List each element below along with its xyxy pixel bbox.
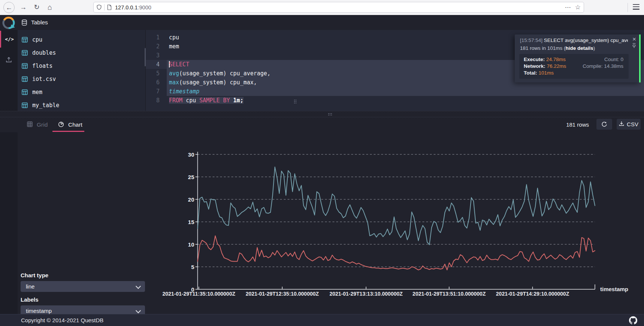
y-tick-label: 15 [188,219,194,225]
panel-resize-handle-vertical[interactable] [294,100,295,100]
y-tick-label: 25 [188,174,194,180]
browser-home-button[interactable]: ⌂ [45,2,55,12]
x-tick-label: 2021-01-29T14:29:10.000000Z [496,291,569,297]
upload-icon [6,57,12,64]
sidebar-item-import[interactable] [0,52,18,69]
close-icon[interactable]: × [632,36,636,42]
table-icon [22,50,28,56]
url-bar[interactable]: 127.0.0.1:9000 ⋯ ☆ [93,2,584,13]
urlbar-divider [104,4,105,10]
series-cpu_average [198,236,595,270]
app-header: Tables ▷ Run [0,15,644,30]
github-icon[interactable] [629,316,637,326]
csv-download-button[interactable]: CSV [617,119,641,130]
table-item-cpu[interactable]: cpu [18,33,145,46]
result-refresh-button[interactable] [596,119,612,130]
compile-stat: Compile: 14.38ms [583,63,623,69]
x-tick-label: 2021-01-29T13:13:10.000000Z [329,291,403,297]
network-stat: Network: 76.22ms [524,63,566,69]
code-icon: </> [5,36,13,42]
line-code: timestamp [167,87,644,96]
line-code: FROM cpu SAMPLE BY 1m; [167,96,644,105]
editor-line-8[interactable]: 8FROM cpu SAMPLE BY 1m; [146,96,644,105]
shield-icon[interactable] [97,4,102,10]
pie-chart-icon [58,121,64,129]
footer: Copyright © 2014-2021 QuestDB [0,314,644,326]
y-tick-label: 30 [188,151,194,158]
line-number: 2 [146,42,167,51]
total-stat: Total: 101ms [524,70,554,76]
x-tick-label: 2021-01-29T13:51:10.000000Z [412,291,486,297]
y-tick-label: 10 [188,241,194,248]
table-item-floats[interactable]: floats [18,59,145,72]
table-icon [22,63,28,69]
toolbar-divider [628,3,628,12]
tables-panel-title: Tables [31,19,48,26]
browser-menu-button[interactable] [633,4,640,10]
line-number: 7 [146,87,167,96]
count-stat: Count: 0 [604,57,623,62]
sidebar-item-console[interactable]: </> [0,31,18,48]
pin-icon[interactable] [632,43,636,49]
bookmark-star-icon[interactable]: ☆ [575,3,581,11]
table-icon [22,76,28,82]
url-text: 127.0.0.1:9000 [115,4,151,10]
table-icon [22,102,28,108]
line-number: 3 [146,51,167,60]
hide-details-link[interactable]: hide details [566,45,593,51]
y-tick-label: 5 [191,264,194,270]
query-notification-popup: [15:57:54] SELECT avg(usage_system) cpu_… [515,34,641,82]
line-number: 1 [146,33,167,42]
browser-back-button[interactable]: ← [3,2,15,13]
table-item-iot.csv[interactable]: iot.csv [18,72,145,85]
notification-success-bar [639,34,641,82]
line-number: 8 [146,96,167,105]
table-item-mem[interactable]: mem [18,85,145,99]
table-icon [22,37,28,43]
table-item-my_table[interactable]: my_table [18,99,145,112]
x-tick-label: 2021-01-29T12:35:10.000000Z [246,291,319,297]
execute-stat: Execute: 24.78ms [524,57,566,62]
line-number: 4 [146,60,167,69]
splitter-drag-handle[interactable] [328,113,329,114]
tables-header-icon [21,19,27,27]
x-axis-title: timestamp [600,286,628,292]
row-count: 181 rows [566,117,589,132]
table-item-doubles[interactable]: doubles [18,46,145,59]
series-cpu_max [198,167,595,245]
tab-grid[interactable]: Grid [27,117,48,132]
notification-details-box: Execute: 24.78ms Network: 76.22ms Total:… [519,54,629,79]
browser-toolbar: ← → ↻ ⌂ 127.0.0.1:9000 ⋯ ☆ [0,0,644,15]
questdb-logo[interactable] [1,16,16,30]
tables-panel: cpudoublesfloatsiot.csvmemmy_table [18,30,146,111]
page-icon[interactable] [107,4,112,10]
result-tabbar: Grid Chart 181 rows CSV [0,117,644,132]
x-tick-label: 2021-01-29T11:35:10.000000Z [162,291,235,297]
page-actions-icon[interactable]: ⋯ [565,4,571,11]
notification-summary: 181 rows in 101ms (hide details) [520,45,595,51]
horizontal-splitter[interactable] [0,111,644,117]
download-icon [619,121,624,127]
line-number: 6 [146,78,167,87]
table-icon [22,89,28,95]
active-tab-underline [52,131,84,132]
browser-forward-button[interactable]: → [18,2,28,12]
browser-reload-button[interactable]: ↻ [31,2,42,12]
grid-icon [27,121,33,128]
line-chart[interactable]: 0510152025302021-01-29T11:35:10.000000Z2… [0,132,644,314]
y-tick-label: 20 [188,196,194,203]
copyright-text: Copyright © 2014-2021 QuestDB [21,317,103,323]
line-number: 5 [146,69,167,78]
notification-title: [15:57:54] SELECT avg(usage_system) cpu_… [520,37,628,43]
editor-line-7[interactable]: 7timestamp [146,87,644,96]
tab-chart[interactable]: Chart [58,117,82,132]
chart-panel: Chart type line Labels timestamp Series … [0,132,644,314]
